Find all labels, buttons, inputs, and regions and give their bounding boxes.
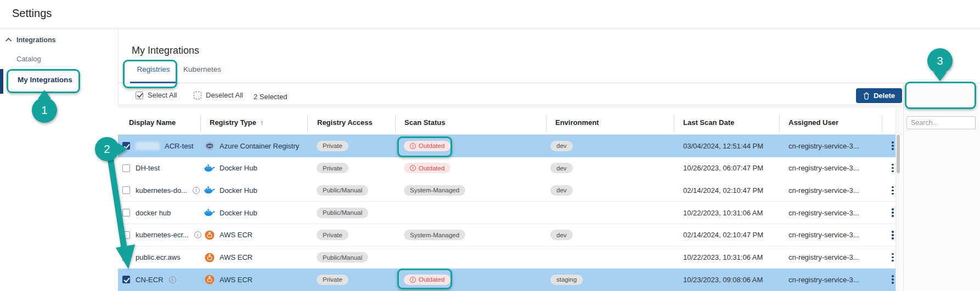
- registry-type-cell: AWS ECR: [204, 269, 252, 290]
- docker-hub-icon: [204, 185, 215, 195]
- deselect-all-icon: [194, 92, 201, 99]
- outdated-icon: !: [410, 165, 416, 171]
- aws-ecr-icon: [204, 230, 215, 240]
- info-icon[interactable]: i: [169, 276, 176, 283]
- registry-access-cell: Private: [317, 157, 348, 179]
- info-icon[interactable]: i: [193, 187, 200, 194]
- section-heading: My Integrations: [132, 45, 199, 56]
- scan-status-badge: System-Managed: [404, 230, 465, 240]
- column-divider: [882, 116, 882, 132]
- row-checkbox[interactable]: [122, 231, 130, 239]
- table-row[interactable]: DH-testDocker HubPrivate!Outdateddev10/2…: [118, 157, 895, 180]
- row-checkbox[interactable]: [122, 164, 130, 172]
- info-icon[interactable]: i: [194, 231, 201, 238]
- environment-badge: dev: [550, 230, 573, 240]
- scan-status-badge: !Outdated: [404, 163, 450, 173]
- column-divider: [200, 116, 201, 132]
- registry-access-cell: Public/Manual: [317, 179, 368, 201]
- registry-type-label: AWS ECR: [219, 253, 252, 261]
- scan-status-badge: !Outdated: [404, 275, 450, 285]
- table-row[interactable]: ACR-testAzure Container RegistryPrivate!…: [118, 135, 895, 157]
- last-scan-date: 02/14/2024, 02:10:47 PM: [683, 224, 763, 246]
- outdated-icon: !: [410, 143, 416, 149]
- table-top-band: [118, 104, 903, 108]
- right-panel: [903, 83, 980, 291]
- annotation-box-registries-tab: [123, 60, 177, 88]
- environment-badge: dev: [550, 141, 573, 151]
- display-name-cell: CN-ECRi: [136, 269, 176, 290]
- last-scan-date: 02/14/2024, 02:10:47 PM: [683, 179, 763, 201]
- table-row[interactable]: docker hubDocker HubPublic/Manual10/22/2…: [118, 202, 895, 224]
- row-checkbox[interactable]: [122, 142, 130, 150]
- scan-status-cell: System-Managed: [404, 224, 465, 246]
- environment-cell: dev: [550, 135, 573, 157]
- assigned-user: cn-registry-service-3...: [788, 269, 859, 290]
- display-name-cell: DH-test: [136, 157, 160, 179]
- display-name: kubernetes-ecr...: [136, 231, 189, 239]
- column-header-assigned-user[interactable]: Assigned User: [788, 118, 838, 127]
- sidebar-item-catalog[interactable]: Catalog: [16, 55, 41, 63]
- environment-badge: staging: [550, 275, 583, 285]
- scan-status-badge: System-Managed: [404, 185, 465, 196]
- column-header-scan-status[interactable]: Scan Status: [404, 118, 445, 127]
- assigned-user: cn-registry-service-3...: [788, 247, 859, 269]
- registry-access-cell: Private: [317, 135, 348, 157]
- sidebar-group-integrations[interactable]: Integrations: [7, 36, 56, 44]
- table-body: ACR-testAzure Container RegistryPrivate!…: [118, 135, 903, 291]
- registry-access-cell: Private: [317, 269, 348, 290]
- last-scan-date: 10/22/2023, 10:31:06 AM: [683, 247, 763, 269]
- tab-registries[interactable]: Registries: [130, 65, 177, 73]
- display-name-cell: ACR-test: [136, 135, 194, 157]
- environment-cell: dev: [550, 179, 573, 201]
- scan-status-cell: !Outdated: [404, 269, 450, 290]
- select-all-label: Select All: [148, 91, 177, 99]
- aws-ecr-icon: [204, 253, 215, 263]
- registry-type-label: Docker Hub: [219, 164, 257, 172]
- table-row[interactable]: kubernetes-ecr...iAWS ECRPrivateSystem-M…: [118, 224, 895, 247]
- display-name: public.ecr.aws: [136, 253, 181, 261]
- column-header-environment[interactable]: Environment: [555, 118, 599, 127]
- environment-cell: dev: [550, 157, 573, 179]
- display-name: docker hub: [136, 209, 171, 217]
- access-badge: Public/Manual: [317, 185, 368, 196]
- trash-icon: [863, 92, 870, 100]
- access-badge: Private: [317, 230, 348, 240]
- assigned-user: cn-registry-service-3...: [788, 135, 859, 157]
- deselect-all-button[interactable]: Deselect All: [194, 91, 243, 99]
- chevron-up-icon: [5, 38, 12, 44]
- display-name: CN-ECR: [136, 276, 164, 284]
- assigned-user: cn-registry-service-3...: [788, 202, 859, 224]
- display-name-cell: docker hub: [136, 202, 171, 224]
- page-title: Settings: [12, 7, 52, 20]
- access-badge: Public/Manual: [317, 208, 368, 218]
- table-row[interactable]: public.ecr.awsAWS ECRPublic/Manual10/22/…: [118, 247, 895, 269]
- table-row[interactable]: kubernetes-do...iDocker HubPublic/Manual…: [118, 179, 895, 202]
- select-all-button[interactable]: Select All: [136, 91, 177, 99]
- scan-status-cell: !Outdated: [404, 135, 450, 157]
- column-header-registry-access[interactable]: Registry Access: [317, 118, 373, 127]
- sidebar-item-my-integrations[interactable]: My Integrations: [18, 76, 72, 84]
- registry-type-cell: Docker Hub: [204, 179, 257, 201]
- search-input[interactable]: [906, 116, 976, 129]
- column-header-registry-type[interactable]: Registry Type↑: [210, 118, 264, 127]
- vertical-scrollbar[interactable]: [895, 109, 900, 291]
- tabs-divider: [118, 83, 980, 83]
- column-header-display-name[interactable]: Display Name: [129, 118, 176, 127]
- column-header-last-scan-date[interactable]: Last Scan Date: [683, 118, 734, 127]
- row-checkbox[interactable]: [122, 209, 130, 216]
- assigned-user: cn-registry-service-3...: [788, 157, 859, 179]
- column-divider: [674, 116, 674, 132]
- table-row[interactable]: CN-ECRiAWS ECRPrivate!Outdatedstaging10/…: [118, 269, 895, 291]
- last-scan-date: 03/04/2024, 12:51:44 PM: [683, 135, 763, 157]
- column-divider: [779, 116, 780, 132]
- tab-kubernetes[interactable]: Kubernetes: [183, 65, 221, 73]
- access-badge: Private: [317, 275, 348, 285]
- scan-status-badge: !Outdated: [404, 141, 450, 151]
- delete-button[interactable]: Delete: [856, 88, 902, 103]
- row-checkbox[interactable]: [122, 186, 130, 194]
- row-checkbox[interactable]: [122, 276, 130, 283]
- redacted-text: [136, 142, 160, 150]
- registry-type-label: Azure Container Registry: [219, 142, 299, 150]
- row-checkbox[interactable]: [122, 254, 130, 261]
- select-all-checkbox-icon: [136, 92, 143, 99]
